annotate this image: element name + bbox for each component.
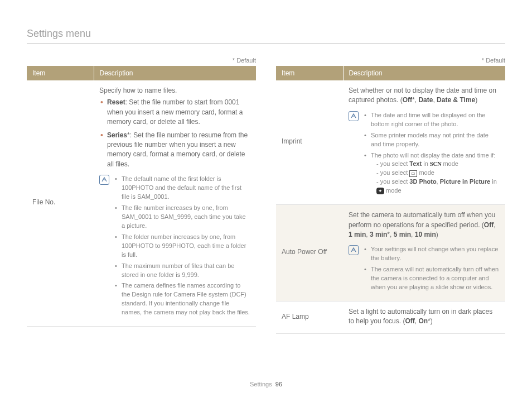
dash-item: you select 3D Photo, Picture in Picture …	[376, 178, 500, 195]
note-item: The photo will not display the date and …	[364, 151, 500, 196]
reset-text: : Set the file number to start from 0001…	[107, 98, 243, 126]
apo-note: Your settings will not change when you r…	[349, 245, 500, 294]
note-item: The camera will not automatically turn o…	[364, 265, 500, 292]
panorama-mode-icon: ▭	[409, 170, 417, 177]
file-no-series: Series*: Set the file number to resume f…	[99, 131, 250, 170]
content-columns: * Default Item Description File No. Spec…	[27, 57, 505, 334]
default-marker-left: * Default	[27, 57, 256, 64]
desc-af-lamp: Set a light to automatically turn on in …	[343, 302, 505, 334]
row-imprint: Imprint Set whether or not to display th…	[276, 80, 505, 205]
col-header-description: Description	[94, 66, 256, 80]
apo-desc-prefix: Set the camera to automatically turn off…	[349, 211, 495, 228]
series-text: *: Set the file number to resume from th…	[107, 131, 248, 168]
item-imprint: Imprint	[276, 80, 343, 205]
desc-file-no: Specify how to name files. Reset: Set th…	[94, 80, 256, 327]
left-column: * Default Item Description File No. Spec…	[27, 57, 256, 334]
desc-auto-power-off: Set the camera to automatically turn off…	[343, 205, 505, 302]
magic-mode-icon: ✦	[376, 188, 384, 194]
imprint-opt-date: Date	[418, 96, 433, 104]
col-header-item: Item	[276, 66, 343, 80]
file-no-intro: Specify how to name files.	[99, 87, 177, 94]
item-auto-power-off: Auto Power Off	[276, 205, 343, 302]
series-label: Series	[107, 131, 127, 139]
dash-item: you select Text in SCN mode	[376, 160, 500, 169]
settings-table-right: Item Description Imprint Set whether or …	[276, 66, 505, 334]
row-file-no: File No. Specify how to name files. Rese…	[27, 80, 256, 327]
imprint-note: The date and time will be displayed on t…	[349, 111, 500, 198]
dash-item: you select ▭ mode	[376, 169, 500, 178]
note-item: The date and time will be displayed on t…	[364, 111, 500, 129]
col-header-item: Item	[27, 66, 94, 80]
row-auto-power-off: Auto Power Off Set the camera to automat…	[276, 205, 505, 302]
imprint-opt-off: Off	[403, 96, 412, 104]
note-item: Your settings will not change when you r…	[364, 245, 500, 263]
imprint-opt-datetime: Date & Time	[437, 96, 475, 104]
note-icon	[349, 111, 359, 121]
desc-imprint: Set whether or not to display the date a…	[343, 80, 505, 205]
reset-label: Reset	[107, 98, 125, 106]
col-header-description: Description	[343, 66, 505, 80]
note-item: The camera defines file names according …	[115, 281, 250, 317]
note-item: Some printer models may not print the da…	[364, 131, 500, 149]
file-no-note: The default name of the first folder is …	[99, 175, 250, 319]
note-icon	[99, 175, 109, 185]
scn-mode-icon: SCN	[430, 160, 442, 167]
note-item: The folder number increases by one, from…	[115, 233, 250, 260]
note-item: The maximum number of files that can be …	[115, 262, 250, 280]
file-no-reset: Reset: Set the file number to start from…	[99, 98, 250, 127]
default-marker-right: * Default	[276, 57, 505, 64]
row-af-lamp: AF Lamp Set a light to automatically tur…	[276, 302, 505, 334]
footer-page-number: 96	[275, 381, 282, 387]
note-item: The file number increases by one, from S…	[115, 204, 250, 231]
note-item: The default name of the first folder is …	[115, 175, 250, 202]
item-af-lamp: AF Lamp	[276, 302, 343, 334]
page-footer: Settings 96	[0, 381, 532, 387]
page-title: Settings menu	[27, 28, 505, 44]
item-file-no: File No.	[27, 80, 94, 327]
note-icon	[349, 245, 359, 255]
right-column: * Default Item Description Imprint Set w…	[276, 57, 505, 334]
footer-section: Settings	[250, 381, 272, 387]
settings-table-left: Item Description File No. Specify how to…	[27, 66, 256, 327]
